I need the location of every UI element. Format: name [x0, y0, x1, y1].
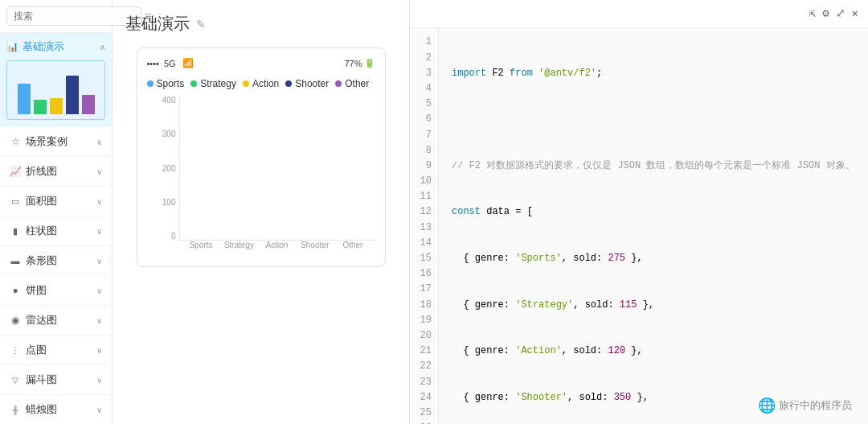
preview-panel: 基础演示 ✎ •••• 5G 📶 77% 🔋 — [113, 0, 410, 424]
x-label-other: Other — [337, 241, 368, 257]
ln-19: 19 — [420, 313, 432, 328]
bar-icon: ▮ — [10, 225, 21, 237]
ln-23: 23 — [420, 375, 432, 390]
code-line-1: import F2 from '@antv/f2'; — [452, 66, 868, 81]
candle-icon: ╫ — [10, 404, 21, 415]
legend-dot-sports — [147, 80, 154, 87]
area-chart-icon: ▭ — [10, 196, 21, 207]
legend-label-strategy: Strategy — [200, 78, 236, 89]
panel-collapse-icon[interactable]: ‹ — [108, 254, 112, 267]
ln-3: 3 — [420, 66, 432, 81]
code-line-2 — [452, 112, 868, 127]
x-label-strategy: Strategy — [223, 241, 255, 257]
ln-1: 1 — [420, 35, 432, 50]
sidebar-item-basic[interactable]: 📊 基础演示 ∧ — [0, 33, 112, 127]
sidebar-item-label: 点图 — [26, 343, 47, 357]
sidebar-item-scene[interactable]: ☆ 场景案例 ∨ — [0, 127, 112, 157]
legend-dot-shooter — [285, 80, 292, 87]
sidebar-item-scatter[interactable]: ⋮ 点图 ∨ — [0, 335, 112, 365]
sidebar-item-funnel[interactable]: ▽ 漏斗图 ∨ — [0, 365, 112, 395]
preview-thumbnail — [13, 64, 100, 116]
legend-label-shooter: Shooter — [295, 78, 329, 89]
sidebar: ≡ 📊 基础演示 ∧ — [0, 0, 113, 424]
legend-item-strategy: Strategy — [190, 78, 236, 89]
legend-label-action: Action — [252, 78, 279, 89]
x-label-action: Action — [261, 241, 293, 257]
y-label-200: 200 — [162, 164, 176, 173]
x-label-shooter: Shooter — [299, 241, 330, 257]
code-line-3: // F2 对数据源格式的要求，仅仅是 JSON 数组，数组的每个元素是一个标准… — [452, 158, 868, 174]
content-area: 基础演示 ✎ •••• 5G 📶 77% 🔋 — [113, 0, 868, 424]
ln-2: 2 — [420, 51, 432, 66]
hbar-icon: ▬ — [10, 255, 21, 266]
chevron-right-icon: ∨ — [96, 286, 102, 295]
ln-6: 6 — [420, 112, 432, 127]
chart-legend: Sports Strategy Action Shooter — [147, 78, 375, 89]
battery-pct: 77% — [344, 59, 362, 68]
phone-statusbar-left: •••• 5G 📶 — [147, 58, 194, 68]
ln-10: 10 — [420, 174, 432, 189]
close-icon[interactable]: ✕ — [852, 5, 858, 23]
sidebar-list: 📊 基础演示 ∧ ☆ 场景案例 ∨ — [0, 33, 112, 424]
settings-icon[interactable]: ⚙ — [822, 5, 829, 23]
ln-22: 22 — [420, 359, 432, 374]
chevron-right-icon: ∨ — [96, 376, 102, 385]
thumb-bar-sports — [18, 84, 31, 114]
ln-25: 25 — [420, 405, 432, 421]
ln-13: 13 — [420, 220, 432, 236]
chart-bars — [179, 96, 375, 241]
chevron-right-icon: ∨ — [96, 138, 102, 146]
legend-item-shooter: Shooter — [285, 78, 329, 89]
share-icon[interactable]: ⇱ — [809, 5, 816, 23]
funnel-icon: ▽ — [10, 374, 21, 385]
sidebar-item-area[interactable]: ▭ 面积图 ∨ — [0, 187, 112, 216]
battery-area: 77% 🔋 — [344, 58, 375, 68]
legend-item-sports: Sports — [147, 78, 185, 89]
sidebar-item-radar[interactable]: ◉ 雷达图 ∨ — [0, 306, 112, 335]
sidebar-item-line[interactable]: 📈 折线图 ∨ — [0, 157, 112, 187]
scatter-icon: ⋮ — [10, 344, 21, 356]
ln-20: 20 — [420, 328, 432, 344]
chevron-right-icon: ∨ — [96, 257, 102, 266]
legend-dot-other — [335, 80, 342, 87]
code-line-6: { genre: 'Strategy', sold: 115 }, — [452, 298, 868, 313]
chevron-right-icon: ∨ — [96, 346, 102, 355]
watermark-text: 旅行中的程序员 — [779, 398, 852, 413]
edit-icon[interactable]: ✎ — [196, 18, 206, 31]
main-content: 基础演示 ✎ •••• 5G 📶 77% 🔋 — [113, 0, 868, 424]
y-label-100: 100 — [162, 198, 176, 207]
chevron-right-icon: ∨ — [96, 167, 102, 176]
thumb-bar-strategy — [34, 100, 47, 114]
bar-chart-icon: 📊 — [6, 41, 18, 52]
page-title: 基础演示 — [125, 13, 190, 35]
line-chart-icon: 📈 — [10, 166, 21, 177]
sidebar-item-hbar[interactable]: ▬ 条形图 ∨ ‹ — [0, 246, 112, 276]
chevron-up-icon: ∧ — [100, 43, 105, 51]
network-label: 5G — [164, 59, 176, 68]
sidebar-item-label: 柱状图 — [26, 224, 57, 238]
line-numbers: 1 2 3 4 5 6 7 8 9 10 11 12 13 14 15 16 1 — [410, 28, 439, 424]
ln-15: 15 — [420, 251, 432, 266]
sidebar-item-label: 漏斗图 — [26, 373, 57, 387]
chart-x-axis: Sports Strategy Action Shooter Other — [179, 241, 375, 257]
ln-4: 4 — [420, 81, 432, 97]
pie-icon: ● — [10, 285, 21, 296]
chevron-right-icon: ∨ — [96, 197, 102, 206]
watermark: 🌐 旅行中的程序员 — [758, 397, 852, 414]
legend-label-sports: Sports — [157, 78, 185, 89]
y-label-400: 400 — [162, 96, 176, 105]
sidebar-item-bar[interactable]: ▮ 柱状图 ∨ — [0, 216, 112, 246]
phone-mockup: •••• 5G 📶 77% 🔋 Sports — [137, 47, 386, 267]
chevron-right-icon: ∨ — [96, 227, 102, 236]
sidebar-item-label: 面积图 — [26, 194, 57, 208]
ln-12: 12 — [420, 204, 432, 220]
chevron-right-icon: ∨ — [96, 405, 102, 414]
legend-item-other: Other — [335, 78, 369, 89]
star-icon: ☆ — [10, 136, 21, 147]
expand-icon[interactable]: ⤢ — [836, 5, 845, 23]
sidebar-item-pie[interactable]: ● 饼图 ∨ — [0, 276, 112, 306]
search-bar: ≡ — [0, 0, 112, 33]
sidebar-item-candle[interactable]: ╫ 蜡烛图 ∨ — [0, 395, 112, 424]
code-line-5: { genre: 'Sports', sold: 275 }, — [452, 251, 868, 266]
sidebar-item-label: 雷达图 — [26, 313, 57, 327]
